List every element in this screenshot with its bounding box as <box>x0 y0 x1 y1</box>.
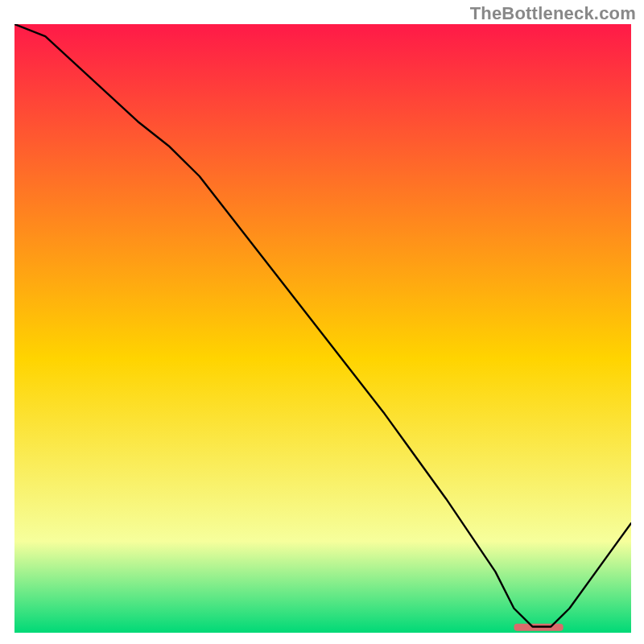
plot-area <box>14 24 631 633</box>
gradient-background <box>14 24 631 633</box>
plot-svg <box>14 24 631 633</box>
chart-root: TheBottleneck.com <box>0 0 644 644</box>
watermark-text: TheBottleneck.com <box>470 3 636 24</box>
